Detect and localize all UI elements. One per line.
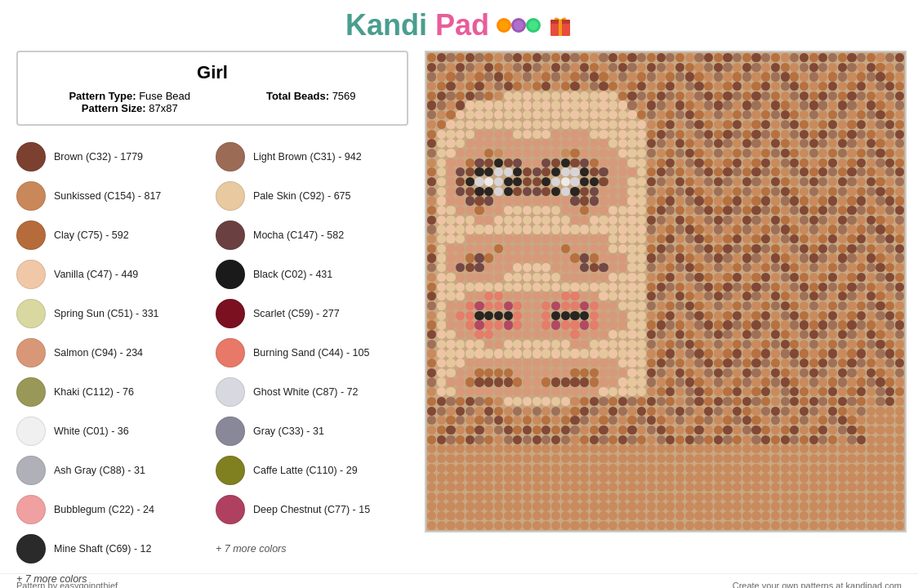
bead-cell (876, 149, 885, 158)
bead-cell (742, 244, 751, 253)
bead-cell (828, 501, 837, 510)
bead-cell (723, 483, 732, 492)
bead-cell (561, 483, 570, 492)
bead-cell (456, 377, 465, 386)
bead-cell (818, 283, 827, 292)
bead-cell (580, 158, 589, 167)
bead-cell (570, 225, 579, 234)
bead-cell (637, 130, 646, 139)
bead-cell (580, 464, 589, 473)
bead-cell (828, 464, 837, 473)
bead-cell (608, 100, 617, 109)
bead-cell (427, 435, 436, 444)
bead-cell (590, 216, 599, 225)
bead-cell (599, 263, 608, 272)
bead-cell (876, 216, 885, 225)
bead-cell (618, 454, 627, 463)
bead-cell (627, 407, 636, 416)
bead-cell (704, 349, 713, 358)
bead-cell (818, 454, 827, 463)
logo[interactable]: Kandi Pad (345, 8, 489, 42)
bead-cell (599, 283, 608, 292)
bead-cell (761, 292, 770, 301)
bead-cell (885, 158, 894, 167)
bead-cell (885, 368, 894, 377)
color-item: Mine Shaft (C69) - 12 (16, 531, 209, 567)
bead-cell (876, 311, 885, 320)
color-swatch (16, 299, 46, 328)
bead-cell (685, 492, 694, 501)
bead-cell (895, 167, 904, 176)
bead-cell (466, 225, 475, 234)
bead-cell (714, 464, 723, 473)
bead-cell (618, 340, 627, 349)
bead-cell (685, 444, 694, 453)
bead-cell (475, 167, 484, 176)
bead-cell (446, 196, 455, 205)
bead-cell (876, 253, 885, 262)
bead-cell (694, 301, 703, 310)
bead-cell (570, 53, 579, 62)
more-colors[interactable]: + 7 more colors (216, 531, 408, 567)
bead-cell (608, 206, 617, 215)
bead-cell (800, 187, 809, 196)
bead-cell (561, 263, 570, 272)
bead-cell (590, 283, 599, 292)
bead-cell (647, 340, 656, 349)
bead-cell (714, 311, 723, 320)
bead-cell (657, 244, 666, 253)
bead-cell (800, 206, 809, 215)
bead-cell (809, 359, 818, 368)
bead-cell (456, 53, 465, 62)
bead-cell (446, 187, 455, 196)
bead-cell (590, 100, 599, 109)
bead-cell (790, 377, 799, 386)
bead-cell (608, 473, 617, 482)
bead-cell (838, 244, 847, 253)
bead-cell (533, 483, 541, 492)
bead-cell (657, 187, 666, 196)
bead-cell (427, 158, 436, 167)
type-label: Pattern Type: (69, 90, 136, 102)
bead-cell (446, 349, 455, 358)
bead-cell (446, 397, 455, 406)
bead-cell (437, 292, 446, 301)
bead-cell (857, 244, 866, 253)
bead-cell (838, 196, 847, 205)
bead-cell (427, 454, 436, 463)
bead-cell (466, 377, 475, 386)
bead-cell (800, 359, 809, 368)
bead-cell (781, 167, 790, 176)
bead-cell (618, 387, 627, 396)
bead-cell (456, 253, 465, 262)
bead-cell (647, 311, 656, 320)
bead-cell (723, 292, 732, 301)
bead-cell (685, 234, 694, 243)
bead-cell (446, 473, 455, 482)
bead-cell (857, 177, 866, 186)
bead-cell (637, 521, 646, 530)
bead-cell (456, 483, 465, 492)
bead-cell (847, 387, 856, 396)
bead-cell (714, 177, 723, 186)
bead-cell (761, 340, 770, 349)
bead-cell (647, 483, 656, 492)
bead-cell (484, 206, 493, 215)
bead-cell (733, 435, 742, 444)
bead-cell (895, 216, 904, 225)
bead-cell (751, 473, 760, 482)
bead-cell (647, 225, 656, 234)
bead-cell (857, 206, 866, 215)
bead-cell (838, 149, 847, 158)
bead-cell (857, 82, 866, 91)
bead-cell (867, 511, 876, 520)
bead-cell (523, 473, 532, 482)
footer-credit: Pattern by easygoingthief (16, 581, 118, 588)
bead-cell (494, 521, 503, 530)
bead-cell (523, 492, 532, 501)
bead-cell (475, 444, 484, 453)
bead-cell (876, 273, 885, 282)
bead-cell (733, 349, 742, 358)
bead-cell (627, 63, 636, 72)
bead-cell (838, 177, 847, 186)
